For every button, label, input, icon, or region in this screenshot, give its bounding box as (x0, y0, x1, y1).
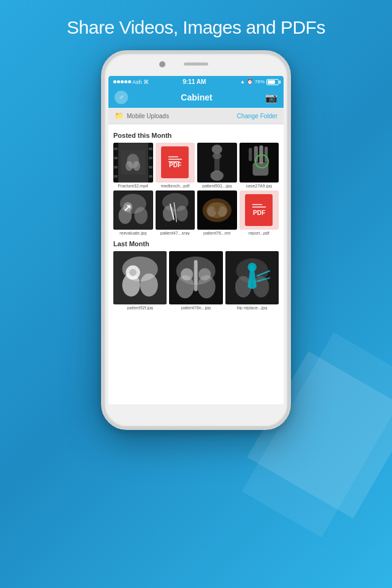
phone-screen: Ash ⌘ 9:11 AM ▲ ⏰ 76% ♂ Cabinet (108, 76, 284, 404)
battery-fill (268, 80, 275, 84)
xray-thumbnail (113, 251, 167, 304)
dot-4 (124, 80, 127, 83)
phone-button-mute (101, 115, 102, 134)
file-label: medbroch...pdf (156, 184, 195, 188)
video-content (118, 143, 148, 183)
svg-rect-40 (252, 206, 266, 208)
svg-rect-7 (168, 159, 182, 160)
folder-icon: 📁 (115, 111, 124, 120)
page-header: Share Videos, Images and PDFs (0, 0, 392, 50)
list-item[interactable]: patient52f.jpg (113, 251, 167, 310)
change-folder-button[interactable]: Change Folder (237, 113, 277, 119)
folder-name: Mobile Uploads (127, 113, 169, 119)
pdf-icon-2: PDF (245, 194, 273, 226)
file-label: patient76n...jpg (169, 306, 222, 310)
nav-logo[interactable]: ♂ (115, 91, 128, 104)
xray-thumbnail (169, 251, 222, 304)
male-symbol-icon: ♂ (119, 93, 124, 102)
list-item[interactable]: PDF medbroch...pdf (156, 143, 195, 188)
folder-info: 📁 Mobile Uploads (115, 111, 169, 120)
section-title-this-month: Posted this Month (113, 132, 279, 139)
dot-3 (121, 80, 124, 83)
arrow-overlay: ↗ (123, 202, 131, 214)
status-right: ▲ ⏰ 76% (240, 79, 279, 85)
svg-rect-6 (168, 156, 178, 157)
phone-button-vol-down (101, 176, 102, 204)
file-label: patient76...mri (197, 231, 237, 235)
svg-point-28 (176, 205, 187, 221)
last-month-grid: patient52f.jpg (113, 251, 279, 310)
carrier-name: Ash (132, 79, 142, 85)
svg-point-51 (181, 268, 193, 281)
dot-1 (113, 80, 116, 83)
file-label: report...pdf (239, 231, 279, 235)
file-label: patient501...jpg (197, 184, 237, 188)
xray-thumbnail: ↗ (113, 190, 153, 230)
svg-point-13 (211, 170, 224, 181)
xray-thumbnail-hip-replace (225, 251, 279, 304)
svg-point-3 (133, 161, 140, 171)
list-item[interactable]: case27A9.jpg (239, 143, 279, 188)
list-item[interactable]: patient76...mri (197, 190, 237, 236)
section-title-last-month: Last Month (113, 240, 279, 247)
nav-bar: ♂ Cabinet 📷 (108, 87, 284, 108)
svg-text:PDF: PDF (253, 209, 265, 216)
alarm-icon: ⏰ (247, 79, 253, 85)
svg-point-46 (129, 269, 137, 276)
signal-dots (113, 80, 131, 83)
video-thumbnail (113, 143, 153, 183)
phone-frame: Ash ⌘ 9:11 AM ▲ ⏰ 76% ♂ Cabinet (101, 50, 291, 430)
status-time: 9:11 AM (183, 78, 206, 85)
film-strip-right (148, 143, 153, 183)
location-icon: ▲ (240, 79, 245, 85)
green-circle-overlay (255, 154, 269, 168)
this-month-grid: Fracture32.mp4 PDF (113, 143, 279, 235)
file-label: hip replace...jpg (225, 306, 279, 310)
list-item[interactable]: patient501...jpg (197, 143, 237, 188)
list-item[interactable]: PDF report...pdf (239, 190, 279, 236)
phone-mockup: Ash ⌘ 9:11 AM ▲ ⏰ 76% ♂ Cabinet (0, 50, 392, 430)
status-left: Ash ⌘ (113, 79, 149, 85)
file-label: patient47...xray (156, 231, 195, 235)
file-label: case27A9.jpg (239, 184, 279, 188)
list-item[interactable]: ↗ reevaluate.jpg (113, 190, 153, 236)
file-label: reevaluate.jpg (113, 231, 153, 235)
svg-point-44 (140, 273, 158, 296)
file-label: Fracture32.mp4 (113, 184, 153, 188)
battery-indicator (266, 79, 279, 85)
battery-percent: 76% (255, 79, 265, 85)
file-label: patient52f.jpg (113, 306, 167, 310)
status-bar: Ash ⌘ 9:11 AM ▲ ⏰ 76% (108, 76, 284, 87)
svg-text:PDF: PDF (169, 162, 181, 168)
xray-thumbnail (156, 190, 195, 230)
pdf-icon: PDF (161, 146, 189, 178)
film-strip-left (113, 143, 118, 183)
list-item[interactable]: patient76n...jpg (169, 251, 222, 310)
svg-rect-39 (252, 204, 262, 205)
svg-point-52 (198, 268, 211, 281)
svg-rect-12 (214, 152, 220, 172)
xray-thumbnail (197, 143, 237, 183)
svg-point-2 (126, 161, 133, 171)
dot-5 (128, 80, 131, 83)
content-area: Posted this Month (108, 124, 284, 404)
svg-rect-18 (249, 148, 252, 162)
pdf-thumbnail: PDF (239, 190, 279, 230)
svg-point-23 (134, 206, 148, 224)
list-item[interactable]: Fracture32.mp4 (113, 143, 153, 188)
list-item[interactable]: hip replace...jpg (225, 251, 279, 310)
list-item[interactable]: patient47...xray (156, 190, 195, 236)
folder-bar: 📁 Mobile Uploads Change Folder (108, 108, 284, 124)
nav-title: Cabinet (181, 92, 212, 102)
svg-point-36 (214, 205, 221, 212)
xray-thumbnail (239, 143, 279, 183)
phone-button-vol-up (101, 143, 102, 170)
phone-button-power (290, 155, 291, 195)
wifi-icon: ⌘ (143, 79, 149, 85)
dot-2 (117, 80, 120, 83)
pdf-thumbnail: PDF (156, 143, 195, 183)
svg-rect-8 (168, 161, 179, 162)
svg-rect-53 (194, 260, 198, 292)
camera-icon[interactable]: 📷 (265, 92, 277, 104)
svg-point-58 (247, 263, 257, 272)
